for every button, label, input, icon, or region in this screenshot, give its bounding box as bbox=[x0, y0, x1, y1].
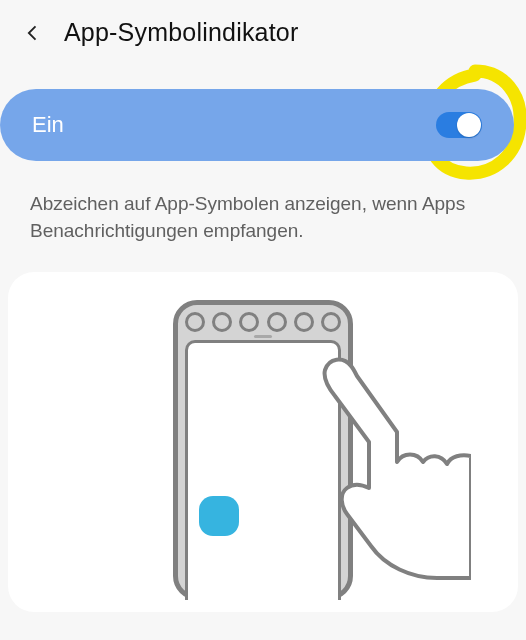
status-circle-icon bbox=[294, 312, 314, 332]
hand-pointer-icon bbox=[311, 348, 471, 608]
illustration-card bbox=[8, 272, 518, 612]
status-circle-icon bbox=[267, 312, 287, 332]
master-toggle-row[interactable]: Ein bbox=[0, 89, 514, 161]
toggle-row-container: Ein bbox=[0, 89, 522, 161]
phone-speaker-icon bbox=[254, 335, 272, 338]
description-text: Abzeichen auf App-Symbolen anzeigen, wen… bbox=[0, 161, 526, 244]
status-circle-icon bbox=[321, 312, 341, 332]
toggle-label: Ein bbox=[32, 112, 64, 138]
status-circle-icon bbox=[185, 312, 205, 332]
back-icon[interactable] bbox=[20, 20, 46, 46]
header-bar: App-Symbolindikator bbox=[0, 0, 526, 61]
status-icon-row bbox=[185, 312, 341, 332]
phone-illustration bbox=[173, 300, 353, 600]
switch-knob bbox=[457, 113, 481, 137]
page-title: App-Symbolindikator bbox=[64, 18, 298, 47]
status-circle-icon bbox=[212, 312, 232, 332]
master-switch[interactable] bbox=[436, 112, 482, 138]
app-icon bbox=[199, 496, 239, 536]
status-circle-icon bbox=[239, 312, 259, 332]
